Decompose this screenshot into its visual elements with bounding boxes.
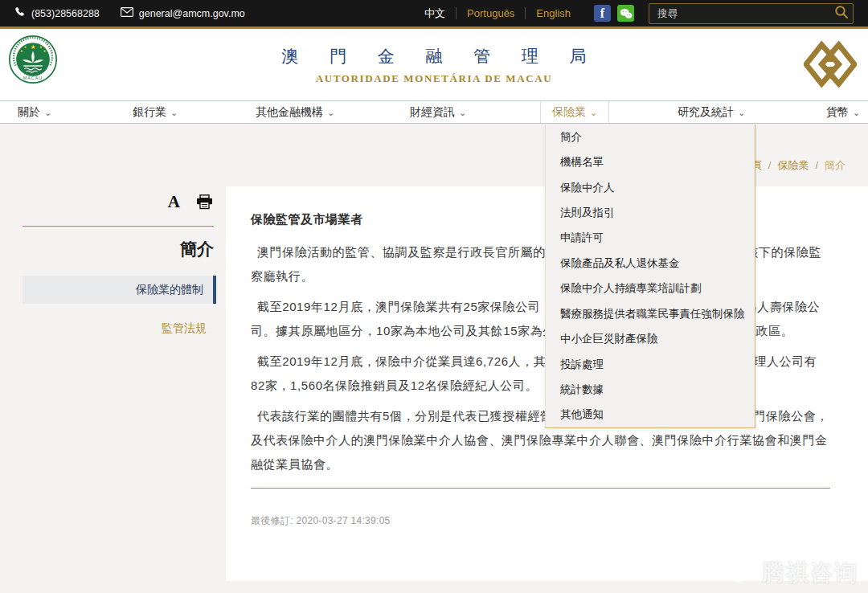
site-title-chinese: 澳 門 金 融 管 理 局 [0,45,868,67]
dropdown-item-intro[interactable]: 簡介 [546,125,755,149]
site-title-portuguese: AUTORIDADE MONETÁRIA DE MACAU [0,72,868,85]
nav-item-label: 關於 [18,105,40,118]
dropdown-item-other-notices[interactable]: 其他通知 [546,403,755,427]
chevron-down-icon: ⌄ [170,108,178,117]
chevron-down-icon: ⌄ [459,108,466,117]
nav-item-research-statistics[interactable]: 研究及統計⌄ [678,101,745,123]
nav-item-label: 銀行業 [133,105,166,118]
site-header: MACAU ★ ★ ★ ★ ★ 澳 門 金 融 管 理 局 AUTORIDADE… [0,29,868,100]
sidebar-menu: 保險業的體制監管法規 [23,276,216,353]
nav-item-label: 其他金融機構 [256,105,323,118]
nav-item-about[interactable]: 關於⌄ [18,101,51,123]
chevron-down-icon: ⌄ [327,108,334,117]
search-box [649,3,854,24]
chevron-down-icon: ⌄ [853,108,860,117]
search-input[interactable] [649,3,854,24]
top-bar: (853)28568288 general@amcm.gov.mo 中文Port… [0,0,868,29]
dropdown-item-sme-catastrophe-insurance[interactable]: 中小企巨災財產保險 [546,326,755,351]
wechat-icon[interactable] [617,5,634,22]
nav-item-label: 貨幣 [826,105,849,118]
dropdown-item-statistics[interactable]: 統計數據 [546,377,755,402]
facebook-icon[interactable]: f [594,5,611,22]
breadcrumb-separator: / [809,159,825,171]
sidebar-divider [23,226,214,227]
nav-item-financial-info[interactable]: 財經資訊⌄ [410,101,466,123]
nav-item-banking[interactable]: 銀行業⌄ [133,101,178,123]
sidebar-tools: A [23,194,213,211]
breadcrumb: 主頁/保險業/簡介 [741,158,845,173]
insurance-dropdown-menu: 簡介機構名單保險中介人法則及指引申請許可保險產品及私人退休基金保險中介人持續專業… [545,125,755,428]
language-switcher: 中文PortuguêsEnglish [414,6,581,21]
chevron-down-icon: ⌄ [738,108,745,117]
language-link-English[interactable]: English [525,7,581,19]
font-size-button[interactable]: A [168,194,180,211]
dropdown-item-laws-guidelines[interactable]: 法則及指引 [546,200,755,225]
nav-item-insurance[interactable]: 保險業⌄ [540,101,609,123]
amcm-diamond-logo[interactable] [804,40,857,92]
dropdown-item-products-pension-funds[interactable]: 保險產品及私人退休基金 [546,251,755,276]
print-icon[interactable] [196,194,213,210]
last-modified: 最後修訂: 2020-03-27 14:39:05 [251,514,830,528]
nav-item-label: 財經資訊 [410,105,455,118]
breadcrumb-item-1[interactable]: 保險業 [777,159,809,171]
dropdown-item-insurance-intermediaries[interactable]: 保險中介人 [546,175,755,200]
phone-number: (853)28568288 [14,6,100,20]
sidebar-item-regulations[interactable]: 監管法規 [23,314,216,342]
sidebar-heading: 簡介 [23,238,214,260]
nav-item-label: 保險業 [552,105,586,118]
chevron-down-icon: ⌄ [590,108,597,117]
envelope-icon [121,7,133,19]
nav-item-label: 研究及統計 [678,105,734,118]
search-icon[interactable] [833,5,850,22]
breadcrumb-separator: / [762,159,778,171]
language-link-Português[interactable]: Português [456,7,525,19]
dropdown-item-complaints[interactable]: 投訴處理 [546,352,755,377]
content-divider [251,488,830,489]
page: (853)28568288 general@amcm.gov.mo 中文Port… [0,0,868,593]
sidebar-item-insurance-system[interactable]: 保險業的體制 [23,276,216,304]
chevron-down-icon: ⌄ [44,108,51,117]
dropdown-item-medical-liability-insurance[interactable]: 醫療服務提供者職業民事責任強制保險 [546,301,755,326]
phone-icon [14,6,26,20]
nav-item-other-financial-institutions[interactable]: 其他金融機構⌄ [256,101,334,123]
main-nav: 關於⌄銀行業⌄其他金融機構⌄財經資訊⌄保險業⌄研究及統計⌄貨幣⌄ [0,100,868,124]
language-link-中文[interactable]: 中文 [414,6,456,21]
breadcrumb-item-2: 簡介 [825,159,845,171]
dropdown-item-cpd-programme[interactable]: 保險中介人持續專業培訓計劃 [546,276,755,301]
email-link[interactable]: general@amcm.gov.mo [121,7,245,19]
dropdown-item-institution-list[interactable]: 機構名單 [546,149,755,174]
dropdown-item-application-licensing[interactable]: 申請許可 [546,226,755,251]
nav-item-currency[interactable]: 貨幣⌄ [826,101,860,123]
